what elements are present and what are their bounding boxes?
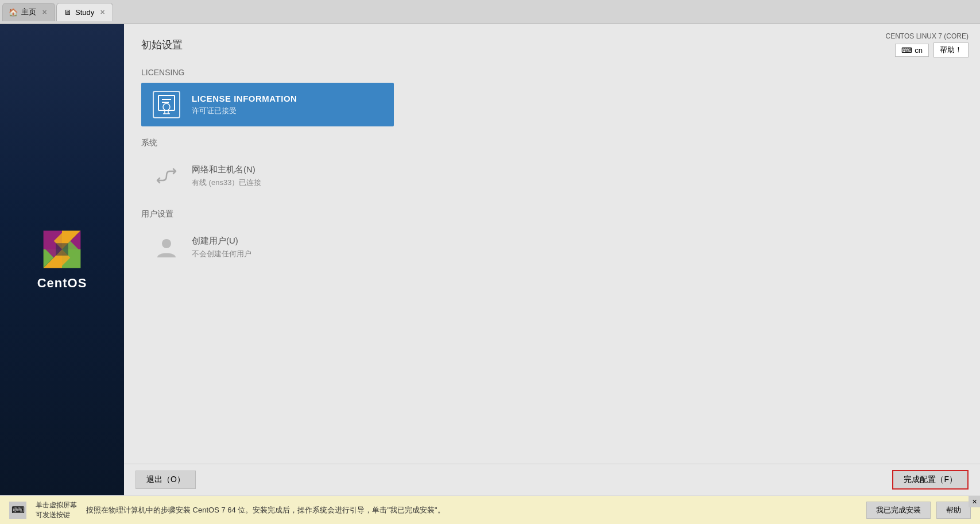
help-button[interactable]: 帮助！ bbox=[933, 43, 969, 57]
status-right: 我已完成安装 帮助 bbox=[866, 502, 971, 519]
sidebar: CentOS bbox=[0, 24, 124, 495]
status-left: ⌨ 单击虚拟屏幕 可发送按键 按照在物理计算机中的步骤安装 CentOS 7 6… bbox=[9, 500, 445, 520]
vm-bottom-bar: 退出（O） 完成配置（F） bbox=[124, 464, 980, 495]
status-help-button[interactable]: 帮助 bbox=[936, 502, 971, 519]
page-title: 初始设置 bbox=[141, 38, 183, 52]
system-section: 系统 网络和主机名(N) 有线 (ens33）已连接 bbox=[141, 138, 963, 198]
tab-home-close[interactable]: ✕ bbox=[40, 7, 49, 17]
user-subtitle: 不会创建任何用户 bbox=[192, 249, 251, 259]
help-label: 帮助！ bbox=[940, 45, 962, 54]
finish-config-button[interactable]: 完成配置（F） bbox=[892, 470, 969, 490]
language-button[interactable]: ⌨ cn bbox=[895, 44, 929, 57]
vm-window: CentOS 初始设置 CENTOS LINUX 7 (CORE) ⌨ cn 帮… bbox=[0, 24, 980, 495]
license-subtitle: 许可证已接受 bbox=[192, 106, 297, 116]
tab-bar: 🏠 主页 ✕ 🖥 Study ✕ bbox=[0, 0, 114, 24]
centos-logo-icon bbox=[41, 229, 83, 270]
status-message: 按照在物理计算机中的步骤安装 CentOS 7 64 位。安装完成后，操作系统会… bbox=[86, 505, 445, 515]
network-title: 网络和主机名(N) bbox=[192, 164, 261, 175]
licensing-section: LICENSING bbox=[141, 68, 963, 126]
network-subtitle: 有线 (ens33）已连接 bbox=[192, 178, 261, 188]
status-bar: ⌨ 单击虚拟屏幕 可发送按键 按照在物理计算机中的步骤安装 CentOS 7 6… bbox=[0, 495, 980, 524]
vm-icon: 🖥 bbox=[63, 7, 72, 17]
lang-help-bar: ⌨ cn 帮助！ bbox=[895, 43, 969, 57]
tab-study-close[interactable]: ✕ bbox=[98, 7, 107, 17]
svg-rect-10 bbox=[56, 243, 68, 256]
system-label: 系统 bbox=[141, 138, 963, 148]
main-content: 初始设置 CENTOS LINUX 7 (CORE) ⌨ cn 帮助！ LICE… bbox=[124, 24, 980, 495]
tab-study[interactable]: 🖥 Study ✕ bbox=[56, 3, 113, 21]
hint-label: 单击虚拟屏幕 可发送按键 bbox=[36, 500, 77, 520]
svg-point-12 bbox=[163, 103, 170, 110]
license-icon bbox=[153, 91, 180, 118]
sections-area: LICENSING bbox=[124, 62, 980, 464]
centos-logo: CentOS bbox=[37, 229, 87, 291]
license-text: LICENSE INFORMATION 许可证已接受 bbox=[192, 94, 297, 116]
browser-chrome: 🏠 主页 ✕ 🖥 Study ✕ bbox=[0, 0, 980, 24]
licensing-label: LICENSING bbox=[141, 68, 963, 77]
top-right-area: CENTOS LINUX 7 (CORE) ⌨ cn 帮助！ bbox=[886, 32, 969, 57]
network-text: 网络和主机名(N) 有线 (ens33）已连接 bbox=[192, 164, 261, 188]
user-avatar-icon bbox=[153, 233, 180, 261]
license-title: LICENSE INFORMATION bbox=[192, 94, 297, 103]
tab-study-label: Study bbox=[75, 8, 94, 17]
status-bar-close[interactable]: ✕ bbox=[969, 496, 980, 507]
keyboard-capture-icon: ⌨ bbox=[9, 502, 26, 519]
top-bar: 初始设置 CENTOS LINUX 7 (CORE) ⌨ cn 帮助！ bbox=[124, 24, 980, 62]
keyboard-icon: ⌨ bbox=[901, 46, 912, 55]
user-text: 创建用户(U) 不会创建任何用户 bbox=[192, 236, 251, 259]
svg-point-18 bbox=[162, 239, 171, 248]
user-settings-label: 用户设置 bbox=[141, 209, 963, 219]
license-item[interactable]: LICENSE INFORMATION 许可证已接受 bbox=[141, 83, 394, 126]
network-icon bbox=[153, 162, 180, 190]
user-item[interactable]: 创建用户(U) 不会创建任何用户 bbox=[141, 225, 394, 269]
user-section: 用户设置 创建用户(U) 不会创建任何用户 bbox=[141, 209, 963, 269]
network-item[interactable]: 网络和主机名(N) 有线 (ens33）已连接 bbox=[141, 154, 394, 198]
tab-home[interactable]: 🏠 主页 ✕ bbox=[2, 3, 55, 21]
exit-button[interactable]: 退出（O） bbox=[135, 471, 196, 489]
os-label: CENTOS LINUX 7 (CORE) bbox=[886, 32, 969, 40]
done-install-button[interactable]: 我已完成安装 bbox=[866, 502, 931, 519]
lang-label: cn bbox=[915, 46, 923, 55]
tab-home-label: 主页 bbox=[21, 7, 36, 17]
centos-name: CentOS bbox=[37, 276, 87, 291]
user-title: 创建用户(U) bbox=[192, 236, 251, 246]
home-icon: 🏠 bbox=[9, 7, 18, 17]
